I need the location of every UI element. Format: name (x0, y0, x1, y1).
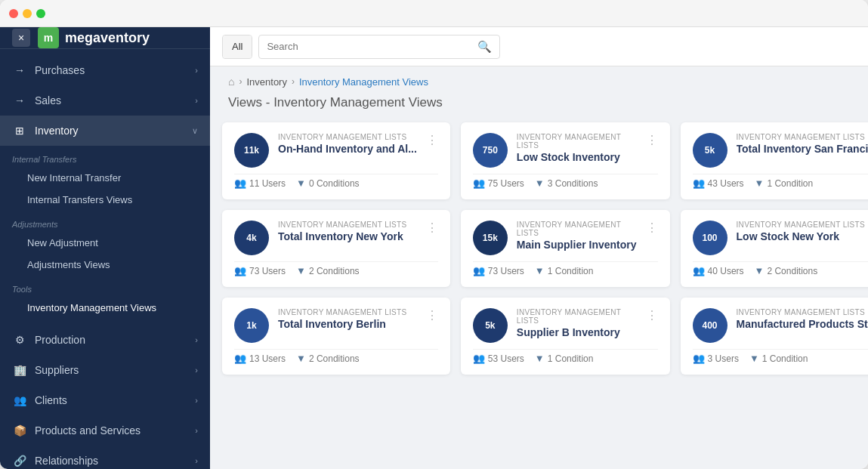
card-users-count: 13 Users (249, 353, 286, 364)
cards-area: 11k Inventory Management Lists On-Hand I… (210, 119, 868, 469)
breadcrumb-home-icon[interactable]: ⌂ (228, 76, 234, 88)
maximize-dot[interactable] (36, 9, 45, 18)
suppliers-arrow: › (195, 366, 198, 375)
card-footer: 👥 73 Users ▼ 1 Condition (473, 261, 658, 276)
filter-icon: ▼ (535, 265, 545, 276)
filter-icon: ▼ (535, 353, 545, 364)
card-conditions-stat: ▼ 2 Conditions (296, 265, 360, 276)
breadcrumb-current: Inventory Management Views (299, 76, 428, 88)
card-list-label: Inventory Management Lists (278, 308, 417, 316)
card-header: 11k Inventory Management Lists On-Hand I… (234, 133, 438, 168)
purchases-arrow: › (195, 66, 198, 75)
search-input-wrap: 🔍 (258, 35, 500, 59)
card-header: 5k Inventory Management Lists Total Inve… (693, 133, 868, 168)
card-menu-icon[interactable]: ⋮ (646, 221, 658, 235)
sidebar-item-new-adjustment[interactable]: New Adjustment (0, 232, 210, 254)
sidebar-item-production[interactable]: ⚙ Production › (0, 325, 210, 355)
card-conditions-count: 3 Conditions (548, 178, 598, 189)
card-badge: 400 (693, 308, 727, 343)
card-card2[interactable]: 750 Inventory Management Lists Low Stock… (461, 122, 670, 199)
card-users-stat: 👥 75 Users (473, 177, 524, 189)
card-menu-icon[interactable]: ⋮ (646, 308, 658, 322)
users-icon: 👥 (693, 177, 705, 189)
card-conditions-stat: ▼ 0 Conditions (296, 177, 360, 189)
clients-arrow: › (195, 396, 198, 405)
card-info: Inventory Management Lists Total Invento… (278, 221, 417, 242)
card-info: Inventory Management Lists Total Invento… (737, 133, 868, 155)
sidebar-item-inventory-management-views[interactable]: Inventory Management Views (0, 297, 210, 319)
card-menu-icon[interactable]: ⋮ (426, 308, 438, 322)
sidebar-item-relationships[interactable]: 🔗 Relationships › (0, 446, 210, 469)
sidebar-item-internal-transfers-views[interactable]: Internal Transfers Views (0, 189, 210, 211)
card-conditions-stat: ▼ 1 Condition (535, 265, 594, 276)
page-title: Views - Inventory Management Views (210, 92, 868, 119)
card-card8[interactable]: 5k Inventory Management Lists Supplier B… (461, 298, 670, 375)
sidebar-item-purchases[interactable]: → Purchases › (0, 55, 210, 85)
card-card1[interactable]: 11k Inventory Management Lists On-Hand I… (222, 122, 450, 199)
card-card9[interactable]: 400 Inventory Management Lists Manufactu… (681, 298, 868, 375)
card-badge: 1k (234, 308, 269, 343)
breadcrumb: ⌂ › Inventory › Inventory Management Vie… (210, 66, 868, 92)
card-footer: 👥 13 Users ▼ 2 Conditions (234, 349, 438, 364)
card-users-count: 53 Users (488, 353, 524, 364)
card-card7[interactable]: 1k Inventory Management Lists Total Inve… (222, 298, 450, 375)
card-info: Inventory Management Lists Total Invento… (278, 308, 417, 330)
sidebar-item-clients[interactable]: 👥 Clients › (0, 385, 210, 415)
card-title: Low Stock New York (737, 230, 868, 242)
card-title: Total Inventory San Franci... (737, 143, 868, 155)
sidebar-item-products[interactable]: 📦 Products and Services › (0, 415, 210, 446)
card-header: 15k Inventory Management Lists Main Supp… (473, 221, 658, 255)
card-list-label: Inventory Management Lists (737, 221, 868, 229)
card-footer: 👥 43 Users ▼ 1 Condition (693, 174, 868, 189)
card-card4[interactable]: 4k Inventory Management Lists Total Inve… (222, 210, 450, 287)
close-dot[interactable] (9, 9, 18, 18)
production-icon: ⚙ (12, 332, 27, 347)
breadcrumb-sep-2: › (292, 76, 295, 87)
card-card6[interactable]: 100 Inventory Management Lists Low Stock… (681, 210, 868, 287)
card-card3[interactable]: 5k Inventory Management Lists Total Inve… (681, 122, 868, 199)
card-users-count: 40 Users (708, 266, 744, 276)
section-adjustments: Adjustments (0, 211, 210, 232)
card-footer: 👥 75 Users ▼ 3 Conditions (473, 174, 658, 189)
sidebar-item-sales[interactable]: → Sales › (0, 85, 210, 116)
card-title: On-Hand Inventory and Al... (278, 143, 417, 155)
card-list-label: Inventory Management Lists (517, 133, 637, 150)
cards-grid: 11k Inventory Management Lists On-Hand I… (222, 122, 856, 375)
filter-icon: ▼ (755, 265, 765, 276)
card-conditions-count: 2 Conditions (309, 266, 360, 276)
minimize-dot[interactable] (23, 9, 32, 18)
users-icon: 👥 (234, 265, 246, 276)
breadcrumb-sep-1: › (239, 76, 242, 87)
card-users-count: 3 Users (708, 353, 739, 364)
card-menu-icon[interactable]: ⋮ (426, 133, 438, 147)
card-conditions-count: 2 Conditions (767, 266, 817, 276)
section-internal-transfers: Internal Transfers (0, 146, 210, 167)
card-conditions-stat: ▼ 1 Condition (749, 353, 808, 364)
card-conditions-count: 1 Condition (767, 178, 813, 189)
card-users-stat: 👥 43 Users (693, 177, 744, 189)
card-card5[interactable]: 15k Inventory Management Lists Main Supp… (461, 210, 670, 287)
card-header: 750 Inventory Management Lists Low Stock… (473, 133, 658, 168)
sidebar-item-inventory[interactable]: ⊞ Inventory ∨ (0, 116, 210, 146)
breadcrumb-inventory-link[interactable]: Inventory (246, 76, 286, 88)
users-icon: 👥 (473, 353, 485, 364)
search-type-label: All (223, 35, 252, 58)
card-menu-icon[interactable]: ⋮ (426, 221, 438, 235)
search-icon[interactable]: 🔍 (477, 40, 492, 54)
card-users-count: 73 Users (249, 266, 286, 276)
sidebar-close-button[interactable]: × (12, 29, 30, 47)
search-type-selector[interactable]: All (222, 35, 252, 59)
app-body: × m megaventory → Purchases › → Sales › (0, 27, 868, 469)
sidebar-item-suppliers[interactable]: 🏢 Suppliers › (0, 355, 210, 385)
card-info: Inventory Management Lists Supplier B In… (517, 308, 637, 338)
filter-icon: ▼ (755, 177, 765, 189)
card-footer: 👥 53 Users ▼ 1 Condition (473, 349, 658, 364)
card-menu-icon[interactable]: ⋮ (646, 133, 658, 147)
search-input[interactable] (267, 41, 477, 52)
card-badge: 750 (473, 133, 508, 168)
card-list-label: Inventory Management Lists (517, 308, 637, 325)
relationships-icon: 🔗 (12, 453, 27, 468)
sidebar-item-adjustments-views[interactable]: Adjustments Views (0, 254, 210, 276)
sidebar-item-new-internal-transfer[interactable]: New Internal Transfer (0, 167, 210, 189)
products-icon: 📦 (12, 423, 27, 438)
